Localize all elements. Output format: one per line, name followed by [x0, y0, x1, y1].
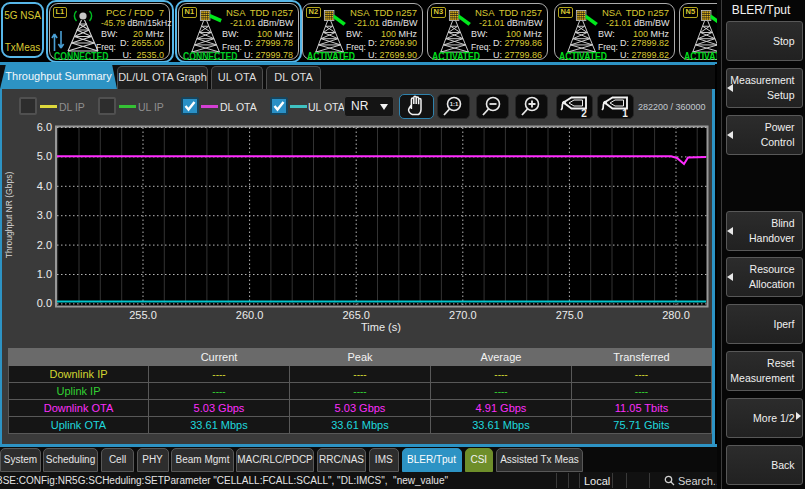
svg-text:265.0: 265.0	[342, 309, 370, 321]
svg-text:1: 1	[622, 108, 628, 118]
svg-text:270.0: 270.0	[449, 309, 477, 321]
svg-text:5.0: 5.0	[37, 150, 52, 162]
svg-text:0.0: 0.0	[37, 297, 52, 309]
svg-text:255.0: 255.0	[129, 309, 157, 321]
svg-text:Time (s): Time (s)	[361, 321, 401, 333]
svg-text:1.0: 1.0	[37, 268, 52, 280]
svg-text:280.0: 280.0	[662, 309, 690, 321]
svg-text:260.0: 260.0	[236, 309, 264, 321]
svg-text:6.0: 6.0	[37, 121, 52, 133]
svg-text:1:1: 1:1	[450, 101, 459, 107]
svg-text:4.0: 4.0	[37, 180, 52, 192]
svg-text:2: 2	[581, 108, 587, 118]
svg-text:2.0: 2.0	[37, 239, 52, 251]
svg-text:Throughput NR (Gbps): Throughput NR (Gbps)	[4, 172, 14, 259]
svg-text:3.0: 3.0	[37, 209, 52, 221]
svg-text:275.0: 275.0	[556, 309, 584, 321]
